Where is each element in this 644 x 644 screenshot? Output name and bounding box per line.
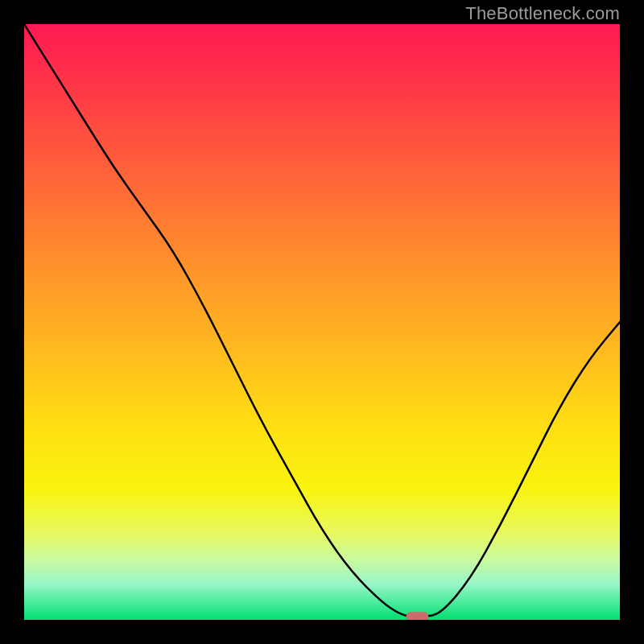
optimal-point-marker	[406, 612, 428, 620]
plot-area	[24, 24, 620, 620]
curve-layer	[24, 24, 620, 620]
bottleneck-curve	[24, 24, 620, 617]
chart-frame: TheBottleneck.com	[0, 0, 644, 644]
watermark-text: TheBottleneck.com	[465, 3, 620, 24]
